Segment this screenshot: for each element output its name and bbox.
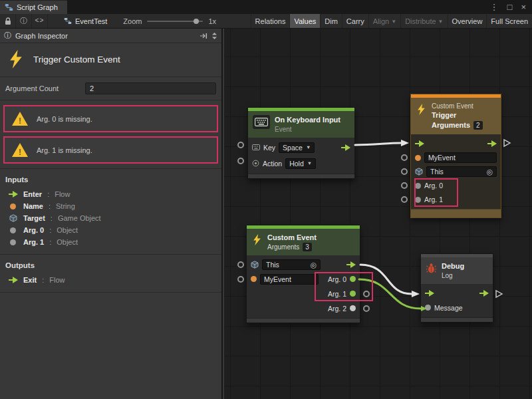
- argument-count-label: Argument Count: [5, 84, 85, 92]
- io-row-arg0: Arg. 0:Object: [0, 224, 221, 236]
- fullscreen-button[interactable]: Full Screen: [486, 14, 532, 28]
- keycode-type-icon: [252, 144, 260, 150]
- object-picker-icon[interactable]: ◎: [487, 168, 493, 176]
- script-graph-icon: [5, 3, 13, 11]
- warning-icon: [12, 112, 28, 126]
- node-header: On Keyboard Input Event: [248, 111, 354, 138]
- event-name-field[interactable]: MyEvent: [424, 152, 497, 163]
- chevron-down-icon: ▼: [391, 19, 396, 25]
- key-dropdown[interactable]: Space▼: [279, 142, 315, 153]
- values-button[interactable]: Values: [289, 14, 320, 28]
- io-row-exit: Exit:Flow: [0, 274, 221, 286]
- annotation-event-args: [315, 272, 373, 301]
- node-title: Custom Event: [267, 233, 317, 243]
- argument-count-input[interactable]: 2: [85, 82, 216, 94]
- graph-canvas[interactable]: On Keyboard Input Event Key Space▼ Actio…: [224, 29, 532, 399]
- gameobject-cube-icon: [9, 214, 17, 222]
- node-category: Custom Event: [432, 102, 483, 110]
- flow-out-port[interactable]: [487, 140, 497, 147]
- graph-inspector-panel: ⓘ Graph Inspector Trigger Custom Event A…: [0, 29, 223, 399]
- code-preview-icon[interactable]: <>: [32, 14, 48, 28]
- target-field[interactable]: This◎: [262, 259, 321, 270]
- node-title-line2: Arguments: [432, 120, 470, 130]
- free-port[interactable]: [237, 276, 244, 283]
- flow-in-port[interactable]: [425, 290, 434, 297]
- arg2-label: Arg. 2: [328, 305, 346, 313]
- window-close-icon[interactable]: ×: [521, 3, 526, 11]
- flow-out-port[interactable]: [341, 144, 350, 151]
- node-title: Debug: [442, 261, 464, 271]
- chevron-down-icon: ▼: [307, 160, 312, 166]
- key-label: Key: [263, 144, 275, 152]
- connection-keyboard-to-trigger[interactable]: [355, 143, 401, 145]
- string-port[interactable]: [415, 155, 421, 161]
- free-port[interactable]: [401, 182, 408, 189]
- target-field[interactable]: This◎: [426, 166, 497, 177]
- distribute-button[interactable]: Distribute▼: [400, 14, 447, 28]
- pane-resize-icon[interactable]: [211, 32, 217, 40]
- graph-asset-icon: [64, 17, 72, 25]
- node-on-keyboard-input[interactable]: On Keyboard Input Event Key Space▼ Actio…: [247, 107, 355, 179]
- carry-button[interactable]: Carry: [342, 14, 368, 28]
- event-name-field[interactable]: MyEvent: [260, 274, 319, 285]
- window-maximize-icon[interactable]: □: [507, 3, 513, 11]
- zoom-slider-handle[interactable]: [194, 19, 199, 24]
- align-button[interactable]: Align▼: [368, 14, 400, 28]
- dock-panel-icon[interactable]: [200, 33, 207, 39]
- node-body: Message: [421, 284, 493, 317]
- node-footer: [411, 209, 501, 217]
- action-label: Action: [263, 160, 282, 168]
- free-port[interactable]: [237, 158, 244, 164]
- flow-row: [411, 136, 501, 151]
- chevron-down-icon: ▼: [438, 19, 444, 25]
- flow-continuation-icon: [496, 291, 502, 297]
- object-picker-icon[interactable]: ◎: [311, 261, 317, 269]
- unity-script-graph-window: { "window": { "tab_title": "Script Graph…: [0, 0, 532, 399]
- free-port[interactable]: [237, 261, 244, 268]
- warning-icon: [12, 143, 28, 157]
- arg2-out-port[interactable]: [350, 305, 356, 311]
- node-title-line1: Trigger: [432, 110, 483, 120]
- chevron-down-icon: ▼: [306, 144, 311, 150]
- key-row: Key Space▼: [248, 140, 354, 156]
- flow-out-port[interactable]: [479, 290, 489, 297]
- flow-continuation-icon: [504, 140, 510, 146]
- keyboard-icon: [253, 115, 270, 129]
- message-port[interactable]: [425, 305, 431, 311]
- free-port[interactable]: [401, 168, 408, 175]
- object-port-icon: [10, 227, 16, 233]
- node-debug-log[interactable]: Debug Log Message: [420, 253, 493, 323]
- window-menu-icon[interactable]: ⋮: [490, 3, 499, 11]
- free-port[interactable]: [363, 305, 370, 312]
- node-header: Debug Log: [421, 257, 493, 284]
- tab-title: Script Graph: [17, 3, 58, 11]
- argument-count-badge: 2: [473, 121, 483, 130]
- info-icon[interactable]: ⓘ: [16, 14, 32, 28]
- zoom-slider[interactable]: [147, 21, 203, 22]
- info-icon: ⓘ: [4, 31, 11, 41]
- free-port[interactable]: [401, 196, 408, 203]
- free-port[interactable]: [401, 154, 408, 161]
- flow-port-icon: [9, 277, 17, 283]
- relations-button[interactable]: Relations: [251, 14, 290, 28]
- dim-button[interactable]: Dim: [320, 14, 342, 28]
- inspector-header: ⓘ Graph Inspector: [0, 29, 221, 43]
- io-row-name: Name:String: [0, 200, 221, 212]
- node-footer: [248, 174, 354, 178]
- string-port[interactable]: [251, 276, 257, 282]
- graph-asset-button[interactable]: EventTest: [57, 17, 114, 25]
- toolbar-toggle-group: Relations Values Dim Carry Align▼ Distri…: [251, 14, 532, 28]
- target-row: This◎: [247, 257, 360, 272]
- flow-out-port[interactable]: [346, 261, 356, 268]
- action-dropdown[interactable]: Hold▼: [285, 158, 316, 169]
- string-port-icon: [10, 203, 16, 209]
- tab-script-graph[interactable]: Script Graph: [0, 0, 67, 14]
- free-port[interactable]: [237, 142, 244, 148]
- lock-icon[interactable]: [0, 14, 16, 28]
- overview-button[interactable]: Overview: [448, 14, 487, 28]
- zoom-value: 1x: [208, 17, 216, 25]
- inspector-unit-title: Trigger Custom Event: [33, 55, 120, 65]
- flow-in-port[interactable]: [415, 140, 424, 147]
- outputs-section: Outputs Exit:Flow: [0, 255, 221, 293]
- argument-count-badge: 3: [303, 243, 312, 251]
